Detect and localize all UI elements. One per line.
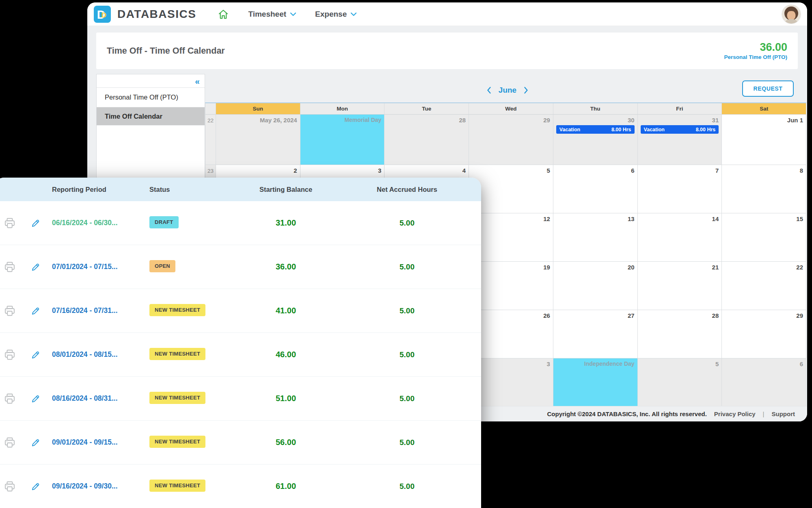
calendar-day-cell[interactable]: 15	[722, 213, 806, 262]
sidebar: « Personal Time Off (PTO)Time Off Calend…	[96, 74, 205, 180]
privacy-policy-link[interactable]: Privacy Policy	[714, 410, 756, 417]
calendar-day-cell[interactable]: 12	[469, 213, 553, 262]
avatar[interactable]	[782, 5, 801, 24]
calendar-day-cell[interactable]: 30Vacation8.00 Hrs	[553, 115, 638, 165]
reporting-period-link[interactable]: 07/01/2024 - 07/15...	[46, 263, 147, 271]
print-button[interactable]	[0, 217, 25, 229]
edit-button[interactable]	[25, 393, 46, 404]
day-number: 22	[725, 264, 803, 271]
calendar-day-cell[interactable]: Jun 1	[722, 115, 806, 165]
reporting-period-link[interactable]: 08/01/2024 - 08/15...	[46, 350, 147, 359]
event-label: Vacation	[644, 127, 665, 132]
calendar-day-cell[interactable]: 7	[638, 165, 722, 213]
column-header-status: Status	[147, 186, 233, 193]
pencil-icon	[30, 306, 41, 316]
calendar-day-cell[interactable]: 3	[469, 358, 553, 407]
reporting-period-link[interactable]: 09/16/2024 - 09/30...	[46, 482, 147, 491]
edit-button[interactable]	[25, 262, 46, 272]
edit-button[interactable]	[25, 350, 46, 360]
day-number: 26	[472, 312, 550, 319]
print-button[interactable]	[0, 349, 25, 361]
calendar-day-cell[interactable]: Independence Day	[553, 358, 638, 407]
print-button[interactable]	[0, 480, 25, 493]
calendar-day-cell[interactable]: 28	[384, 115, 469, 165]
calendar-day-cell[interactable]: 31Vacation8.00 Hrs	[638, 115, 722, 165]
edit-button[interactable]	[25, 218, 46, 228]
vacation-event[interactable]: Vacation8.00 Hrs	[641, 125, 719, 134]
day-number: 30	[556, 117, 635, 124]
month-label[interactable]: June	[499, 86, 516, 95]
print-button[interactable]	[0, 393, 25, 405]
chevron-down-icon	[350, 12, 357, 16]
brand-logo[interactable]: D D	[94, 6, 111, 23]
reporting-period-link[interactable]: 07/16/2024 - 07/31...	[46, 306, 147, 315]
calendar-day-cell[interactable]: 21	[638, 262, 722, 310]
request-button[interactable]: REQUEST	[742, 80, 794, 97]
day-number: 19	[472, 264, 550, 271]
status-cell: NEW TIMESHEET	[147, 436, 233, 449]
pencil-icon	[30, 393, 41, 404]
sidebar-item-time-off-calendar[interactable]: Time Off Calendar	[97, 107, 205, 126]
calendar-day-cell[interactable]: 29	[722, 310, 806, 358]
day-number: 27	[556, 312, 635, 319]
net-accrued-value: 5.00	[339, 263, 481, 271]
calendar-day-cell[interactable]: 20	[553, 262, 638, 310]
calendar-day-cell[interactable]: May 26, 2024	[216, 115, 300, 165]
reporting-period-link[interactable]: 09/01/2024 - 09/15...	[46, 438, 147, 447]
nav-item-expense[interactable]: Expense	[315, 10, 357, 19]
day-number: 13	[556, 215, 635, 222]
home-button[interactable]	[217, 8, 229, 20]
calendar-day-cell[interactable]: 27	[553, 310, 638, 358]
next-month-button[interactable]	[524, 87, 528, 94]
reporting-period-link[interactable]: 08/16/2024 - 08/31...	[46, 394, 147, 403]
calendar-day-cell[interactable]: Memorial Day	[300, 115, 385, 165]
status-badge: NEW TIMESHEET	[149, 348, 205, 360]
day-number: 8	[725, 167, 803, 174]
status-badge: OPEN	[149, 260, 175, 272]
calendar-day-cell[interactable]: 5	[638, 358, 722, 407]
home-icon	[217, 8, 229, 20]
calendar-day-cell[interactable]: 8	[722, 165, 806, 213]
svg-text:D: D	[102, 11, 106, 19]
print-button[interactable]	[0, 436, 25, 449]
calendar-day-cell[interactable]: 6	[722, 358, 806, 407]
print-button[interactable]	[0, 261, 25, 273]
day-number: 20	[556, 264, 635, 271]
calendar-day-cell[interactable]: 26	[469, 310, 553, 358]
column-header-reporting-period: Reporting Period	[46, 186, 147, 193]
calendar-day-cell[interactable]: 6	[553, 165, 638, 213]
day-number: 29	[725, 312, 803, 319]
week-number: 22	[205, 115, 216, 165]
net-accrued-value: 5.00	[339, 306, 481, 315]
calendar-day-cell[interactable]: 19	[469, 262, 553, 310]
pencil-icon	[30, 350, 41, 360]
stage: D D DATABASICS TimesheetExpense	[0, 0, 812, 508]
reporting-period-link[interactable]: 06/16/2024 - 06/30...	[46, 219, 147, 227]
print-button[interactable]	[0, 305, 25, 317]
starting-balance-value: 31.00	[233, 218, 339, 228]
databasics-logo-icon: D D	[94, 6, 111, 23]
pencil-icon	[30, 262, 41, 272]
sidebar-item-personal-time-off-pto[interactable]: Personal Time Off (PTO)	[97, 88, 205, 107]
day-header-mon: Mon	[300, 103, 385, 115]
printer-icon	[4, 436, 16, 449]
calendar-day-cell[interactable]: 29	[469, 115, 553, 165]
calendar-day-cell[interactable]: 22	[722, 262, 806, 310]
table-rows: 06/16/2024 - 06/30...DRAFT31.005.00 07/0…	[0, 201, 481, 508]
calendar-day-cell[interactable]: 28	[638, 310, 722, 358]
edit-button[interactable]	[25, 481, 46, 492]
edit-button[interactable]	[25, 306, 46, 316]
edit-button[interactable]	[25, 437, 46, 448]
prev-month-button[interactable]	[487, 87, 491, 94]
collapse-sidebar-icon[interactable]: «	[195, 77, 200, 85]
net-accrued-value: 5.00	[339, 219, 481, 228]
vacation-event[interactable]: Vacation8.00 Hrs	[556, 125, 635, 134]
support-link[interactable]: Support	[772, 410, 795, 417]
calendar-day-cell[interactable]: 14	[638, 213, 722, 262]
reporting-periods-panel: Reporting PeriodStatusStarting BalanceNe…	[0, 178, 481, 508]
nav-item-timesheet[interactable]: Timesheet	[248, 10, 296, 19]
net-accrued-value: 5.00	[339, 394, 481, 403]
calendar-day-cell[interactable]: 5	[469, 165, 553, 213]
pto-balance-link[interactable]: Personal Time Off (PTO)	[724, 54, 787, 60]
calendar-day-cell[interactable]: 13	[553, 213, 638, 262]
